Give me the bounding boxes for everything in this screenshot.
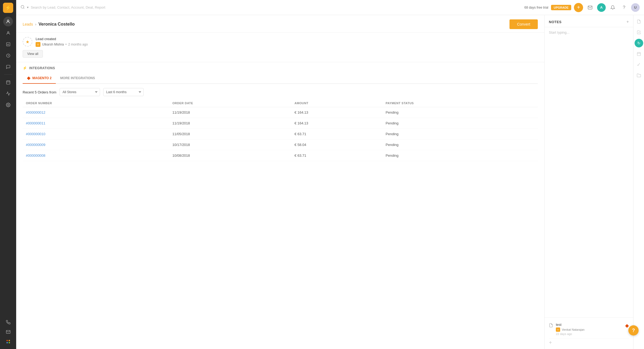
order-date: 10/17/2018 <box>169 139 291 150</box>
help-bubble[interactable]: ? <box>628 325 639 336</box>
view-all-button[interactable]: View all <box>23 50 43 58</box>
activity-content: Lead created U Utkarsh Mishra • 2 months… <box>36 37 538 47</box>
calendar-side-icon[interactable] <box>635 50 643 58</box>
table-row: #00000001111/19/2018€ 164.13Pending <box>23 118 538 129</box>
convert-button[interactable]: Convert <box>509 19 538 29</box>
search-icon[interactable] <box>20 5 25 10</box>
orders-table: ORDER NUMBERORDER DATEAMOUNTPAYMENT STAT… <box>23 99 538 161</box>
activity-area: ★ Lead created U Utkarsh Mishra • 2 mont… <box>16 33 544 62</box>
sidebar-item-calendar[interactable] <box>3 77 13 87</box>
table-row: #00000000910/17/2018€ 58.04Pending <box>23 139 538 150</box>
activity-separator: • <box>66 43 67 46</box>
sidebar-item-grid[interactable] <box>3 337 13 346</box>
folder-side-icon[interactable] <box>635 71 643 80</box>
note-user-name: Venkat Natarajan <box>562 328 584 331</box>
col-header: ORDER NUMBER <box>23 99 169 107</box>
help-icon[interactable]: ? <box>620 3 628 12</box>
mail-icon[interactable] <box>586 3 594 12</box>
col-header: PAYMENT STATUS <box>383 99 538 107</box>
col-header: ORDER DATE <box>169 99 291 107</box>
add-button[interactable]: + <box>574 3 583 12</box>
sidebar-item-contacts[interactable] <box>3 28 13 38</box>
tasks-side-icon[interactable] <box>635 28 643 37</box>
integrations-tabs: ◆ MAGENTO 2 MORE INTEGRATIONS <box>23 73 538 84</box>
bell-icon[interactable] <box>608 3 617 12</box>
order-date: 10/08/2018 <box>169 150 291 161</box>
user-avatar[interactable]: U <box>631 3 640 12</box>
time-filter-select[interactable]: Last 6 months <box>103 88 144 96</box>
tab-magento2[interactable]: ◆ MAGENTO 2 <box>23 73 56 84</box>
breadcrumb: Leads › Veronica Costello <box>23 22 75 27</box>
svg-point-12 <box>21 5 24 8</box>
sidebar-item-deals[interactable] <box>3 51 13 60</box>
order-link[interactable]: #000000010 <box>26 132 45 136</box>
sidebar-item-email[interactable] <box>3 327 13 337</box>
orders-section: Recent 5 Orders from All Stores Last 6 m… <box>23 84 538 165</box>
note-meta: V Venkat Natarajan <box>556 327 622 332</box>
notes-list: test V Venkat Natarajan 22 days ago ◆ + <box>545 317 633 349</box>
breadcrumb-separator: › <box>35 22 36 26</box>
sidebar-item-chat[interactable] <box>3 62 13 72</box>
integrations-section: ⚡ INTEGRATIONS ◆ MAGENTO 2 MORE INTEGRAT… <box>16 62 544 165</box>
tab-more-integrations[interactable]: MORE INTEGRATIONS <box>56 73 99 83</box>
order-status: Pending <box>383 118 538 129</box>
sidebar-item-settings[interactable] <box>3 100 13 110</box>
notes-panel: NOTES + Start typing... <box>544 15 644 349</box>
notes-title: NOTES <box>549 20 562 24</box>
upgrade-button[interactable]: UPGRADE <box>551 5 571 10</box>
search-placeholder: Search by Lead, Contact, Account, Deal, … <box>31 5 105 9</box>
search-chevron-icon[interactable]: ▼ <box>26 6 29 9</box>
activity-star-icon: ★ <box>23 37 32 47</box>
notes-header: NOTES + <box>545 15 633 27</box>
notes-placeholder: Start typing... <box>549 30 570 34</box>
note-content: test V Venkat Natarajan 22 days ago <box>556 323 622 336</box>
order-amount: € 164.13 <box>291 107 383 118</box>
orders-table-body: #00000001211/19/2018€ 164.13Pending#0000… <box>23 107 538 161</box>
teal-avatar[interactable]: A <box>597 3 606 12</box>
order-status: Pending <box>383 150 538 161</box>
order-link[interactable]: #000000012 <box>26 110 45 114</box>
svg-point-0 <box>7 20 9 22</box>
sidebar-item-reports[interactable] <box>3 39 13 49</box>
table-row: #00000001011/05/2018€ 63.71Pending <box>23 129 538 139</box>
activity-time: 2 months ago <box>68 43 88 46</box>
refresh-button[interactable]: ↻ <box>635 39 643 47</box>
table-row: #00000001211/19/2018€ 164.13Pending <box>23 107 538 118</box>
orders-table-header: ORDER NUMBERORDER DATEAMOUNTPAYMENT STAT… <box>23 99 538 107</box>
orders-filter-row: Recent 5 Orders from All Stores Last 6 m… <box>23 88 538 99</box>
lead-header: Leads › Veronica Costello Convert <box>16 15 544 33</box>
svg-rect-14 <box>637 53 640 56</box>
svg-line-13 <box>23 8 24 9</box>
notes-actions: + <box>626 19 629 24</box>
sidebar-item-analytics[interactable] <box>3 89 13 98</box>
activity-meta: U Utkarsh Mishra • 2 months ago <box>36 42 538 47</box>
trial-text: 68 days free trial <box>524 6 548 9</box>
svg-point-1 <box>7 31 9 33</box>
svg-point-11 <box>8 104 9 105</box>
sidebar-logo[interactable]: ⚡ <box>3 3 13 13</box>
notes-side-icon[interactable] <box>635 17 643 26</box>
order-status: Pending <box>383 139 538 150</box>
integrations-icon: ⚡ <box>23 66 27 70</box>
note-time: 22 days ago <box>556 332 622 336</box>
breadcrumb-leads-link[interactable]: Leads <box>23 22 33 26</box>
notes-textarea[interactable]: Start typing... <box>545 27 633 317</box>
integrations-header: ⚡ INTEGRATIONS <box>23 62 538 73</box>
notes-add-icon[interactable]: + <box>626 19 629 24</box>
order-link[interactable]: #000000011 <box>26 121 45 125</box>
note-file-icon <box>549 323 553 329</box>
store-filter-select[interactable]: All Stores <box>60 88 100 96</box>
sidebar-item-leads[interactable] <box>3 17 13 26</box>
order-amount: € 58.04 <box>291 139 383 150</box>
check-side-icon[interactable]: ✓ <box>635 60 643 69</box>
magento-icon: ◆ <box>27 75 30 81</box>
lead-detail-panel: Leads › Veronica Costello Convert ★ Lead… <box>16 15 544 349</box>
sidebar-item-phone[interactable] <box>3 317 13 327</box>
side-icons-panel: ↻ ✓ <box>633 15 644 349</box>
note-add-button[interactable]: + <box>549 338 629 347</box>
order-link[interactable]: #000000009 <box>26 143 45 147</box>
order-link[interactable]: #000000008 <box>26 153 45 158</box>
breadcrumb-contact-name: Veronica Costello <box>39 22 75 27</box>
order-date: 11/19/2018 <box>169 107 291 118</box>
order-status: Pending <box>383 107 538 118</box>
